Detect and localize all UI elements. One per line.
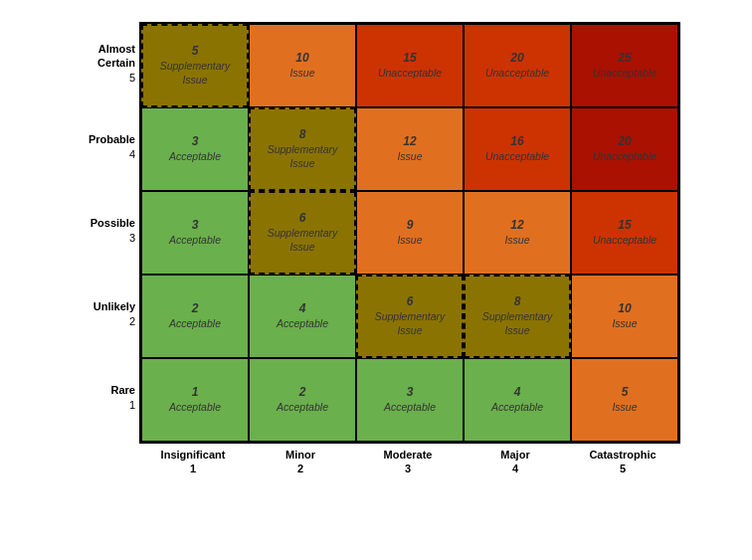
cell-label: Unacceptable: [485, 150, 549, 164]
cell-number: 2: [299, 385, 306, 399]
cell-label: Supplementary Issue: [362, 310, 458, 337]
cell-r1-c3: 16Unacceptable: [464, 107, 571, 191]
x-label-number: 5: [620, 463, 626, 474]
y-labels: Almost Certain5Probable4Possible3Unlikel…: [76, 22, 135, 440]
cell-r4-c1: 2Acceptable: [249, 358, 356, 442]
cell-number: 3: [192, 134, 199, 148]
y-label-number: 4: [129, 147, 135, 161]
cell-label: Acceptable: [169, 234, 221, 248]
cell-number: 4: [514, 385, 521, 399]
cell-number: 2: [192, 301, 199, 315]
cell-number: 12: [510, 218, 523, 232]
y-label-2: Possible3: [76, 189, 135, 273]
cell-label: Unacceptable: [485, 67, 549, 81]
grid: 5Supplementary Issue10Issue15Unacceptabl…: [139, 22, 680, 444]
x-label-name: Minor: [285, 449, 315, 461]
cell-number: 10: [618, 301, 631, 315]
cell-label: Acceptable: [277, 317, 328, 331]
cell-label: Supplementary Issue: [255, 143, 350, 170]
cell-r4-c2: 3Acceptable: [356, 358, 464, 442]
cell-number: 15: [618, 218, 631, 232]
cell-number: 12: [403, 134, 416, 148]
outer-wrap: Almost Certain5Probable4Possible3Unlikel…: [72, 22, 680, 482]
cell-r0-c0: 5Supplementary Issue: [141, 24, 249, 107]
cell-r1-c0: 3Acceptable: [141, 107, 249, 191]
y-label-3: Unlikely2: [76, 273, 135, 356]
cell-r3-c4: 10Issue: [571, 275, 678, 358]
cell-label: Issue: [397, 150, 422, 164]
cell-label: Unacceptable: [593, 234, 657, 248]
cell-label: Unacceptable: [593, 150, 657, 164]
cell-r4-c3: 4Acceptable: [464, 358, 571, 442]
x-label-number: 2: [297, 463, 303, 474]
y-label-number: 5: [129, 71, 135, 85]
cell-number: 9: [407, 218, 414, 232]
cell-r0-c4: 25Unacceptable: [571, 24, 678, 107]
x-label-2: Moderate3: [354, 448, 462, 476]
cell-number: 4: [299, 301, 306, 315]
x-label-name: Moderate: [384, 449, 433, 461]
cell-label: Unacceptable: [593, 67, 657, 81]
x-label-1: Minor2: [247, 448, 354, 476]
cell-number: 20: [510, 51, 523, 65]
cell-label: Supplementary Issue: [147, 60, 243, 87]
cell-r0-c3: 20Unacceptable: [464, 24, 571, 107]
cell-number: 5: [192, 44, 199, 58]
y-label-name: Rare: [111, 383, 135, 397]
cell-label: Issue: [612, 401, 637, 415]
y-label-name: Unlikely: [94, 299, 135, 313]
cell-number: 1: [192, 385, 199, 399]
cell-r0-c2: 15Unacceptable: [356, 24, 464, 107]
cell-label: Acceptable: [491, 401, 543, 415]
cell-number: 16: [510, 134, 523, 148]
y-label-name: Probable: [89, 132, 135, 146]
cell-label: Issue: [612, 317, 637, 331]
x-label-0: Insignificant1: [139, 448, 247, 476]
cell-number: 8: [299, 127, 306, 141]
cell-number: 15: [403, 51, 416, 65]
cell-r3-c3: 8Supplementary Issue: [464, 275, 571, 358]
cell-label: Supplementary Issue: [470, 310, 565, 337]
cell-r1-c2: 12Issue: [356, 107, 464, 191]
x-label-number: 1: [190, 463, 196, 474]
x-label-name: Catastrophic: [589, 449, 656, 461]
y-label-name: Possible: [91, 216, 135, 230]
cell-r2-c0: 3Acceptable: [141, 191, 249, 275]
x-label-number: 4: [512, 463, 518, 474]
cell-number: 10: [295, 51, 308, 65]
cell-label: Acceptable: [169, 401, 221, 415]
cell-r3-c2: 6Supplementary Issue: [356, 275, 464, 358]
y-label-number: 2: [129, 314, 135, 328]
cell-r1-c1: 8Supplementary Issue: [249, 107, 356, 191]
chart-container: Almost Certain5Probable4Possible3Unlikel…: [18, 12, 734, 549]
y-label-0: Almost Certain5: [76, 22, 135, 105]
y-label-1: Probable4: [76, 105, 135, 189]
cell-r1-c4: 20Unacceptable: [571, 107, 678, 191]
x-label-3: Major4: [462, 448, 569, 476]
cell-r2-c4: 15Unacceptable: [571, 191, 678, 275]
cell-label: Acceptable: [169, 150, 221, 164]
cell-number: 5: [622, 385, 629, 399]
cell-r2-c1: 6Supplementary Issue: [249, 191, 356, 275]
cell-number: 6: [407, 294, 414, 308]
cell-number: 6: [299, 211, 306, 225]
cell-r3-c1: 4Acceptable: [249, 275, 356, 358]
cell-label: Unacceptable: [378, 67, 442, 81]
cell-label: Acceptable: [384, 401, 436, 415]
cell-number: 8: [514, 294, 521, 308]
x-labels: Insignificant1Minor2Moderate3Major4Catas…: [139, 448, 676, 476]
cell-number: 3: [407, 385, 414, 399]
cell-number: 3: [192, 218, 199, 232]
cell-r0-c1: 10Issue: [249, 24, 356, 107]
x-label-name: Major: [500, 449, 529, 461]
y-label-4: Rare1: [76, 356, 135, 440]
cell-number: 20: [618, 134, 631, 148]
cell-label: Issue: [289, 67, 314, 81]
y-label-number: 3: [129, 231, 135, 245]
cell-label: Acceptable: [169, 317, 221, 331]
cell-r3-c0: 2Acceptable: [141, 275, 249, 358]
cell-number: 25: [618, 51, 631, 65]
cell-r4-c4: 5Issue: [571, 358, 678, 442]
cell-r4-c0: 1Acceptable: [141, 358, 249, 442]
cell-r2-c3: 12Issue: [464, 191, 571, 275]
